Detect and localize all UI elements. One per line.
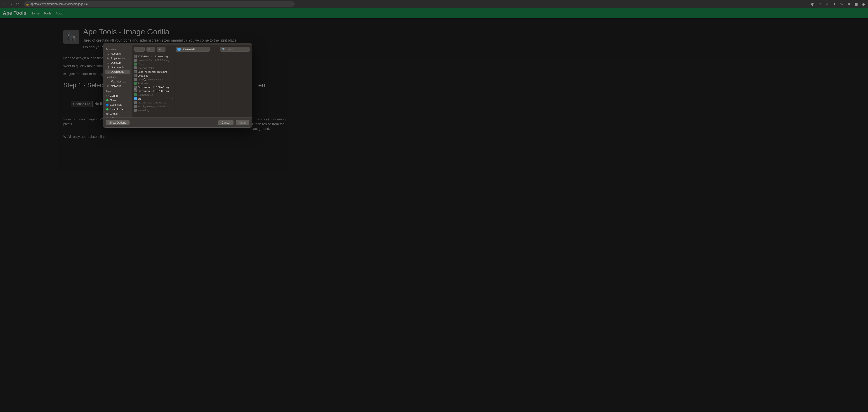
file-name: licecap132.dmg (138, 67, 155, 69)
doc-icon (134, 66, 137, 69)
location-popup[interactable]: Downloads (176, 47, 210, 52)
file-name: Logo.png (138, 74, 148, 77)
preview-column-2 (221, 54, 252, 117)
sidebar-tag-1[interactable]: Green (105, 98, 130, 103)
view-grid[interactable]: ⊞ ⌄ (157, 47, 165, 52)
tag-dot-icon (106, 99, 108, 101)
sidebar-applications[interactable]: Applications (105, 56, 130, 61)
doc-icon (134, 105, 137, 108)
file-row-3[interactable]: licecap132.dmg (132, 66, 174, 70)
back-button[interactable]: ‹ (3, 2, 7, 6)
bookmark-icon[interactable]: ☆ (825, 2, 829, 6)
file-row-9[interactable]: Screenshot…t 16.01.06.png (132, 89, 174, 93)
tag-label: Escolhida (110, 103, 122, 106)
file-row-12[interactable]: src-2023012…24Z-001.zip (132, 101, 174, 104)
show-options-button[interactable]: Show Options (106, 120, 129, 125)
sidebar-recents[interactable]: Recents (105, 52, 130, 56)
profile-icon[interactable]: ◉ (861, 2, 865, 6)
back-nav[interactable]: ‹ (134, 47, 140, 52)
svg-rect-5 (107, 62, 109, 63)
file-name: iTerm (138, 63, 144, 66)
sidebar-desktop[interactable]: Desktop (105, 61, 130, 65)
dialog-sidebar: Favorites Recents Applications Desktop D… (103, 45, 132, 117)
chevron-down-icon: ⌄ (162, 47, 165, 52)
file-name: Screenshot…t 16.01.06.png (138, 90, 169, 92)
reload-button[interactable]: ⟳ (16, 2, 20, 6)
tag-dot-icon (106, 108, 108, 110)
file-row-1[interactable]: Insomnia.Cor…022.7.5.dmg (132, 58, 174, 62)
file-row-4[interactable]: Logo_horizontal_preto.png (132, 70, 174, 74)
browser-toolbar: ‹ › ⟳ 🔒 apetools.webprofusion.com/#/tool… (0, 0, 868, 8)
forward-button[interactable]: › (9, 2, 13, 6)
file-name: sushi_passo_a_passo.docx (138, 105, 168, 108)
view-cols[interactable]: ☷ ⌄ (147, 47, 155, 52)
open-button[interactable]: Open (236, 120, 249, 125)
ext-icon-3[interactable]: ✦ (832, 2, 836, 6)
dialog-main: ‹ › ☷ ⌄ ⊞ ⌄ Downloads 🔍 Sea (132, 45, 252, 117)
file-dialog: Favorites Recents Applications Desktop D… (103, 43, 252, 128)
address-bar[interactable]: 🔒 apetools.webprofusion.com/#/tools/imag… (24, 1, 295, 7)
img-icon (134, 55, 137, 58)
sidebar-macintosh[interactable]: Macintosh… (105, 79, 130, 84)
search-icon: 🔍 (222, 48, 225, 51)
tag-dot-icon (106, 104, 108, 106)
cancel-button[interactable]: Cancel (218, 120, 233, 125)
sidebar-tag-0[interactable]: Config (105, 94, 130, 98)
tag-label: Chess (110, 112, 118, 115)
app-icon (134, 93, 137, 96)
file-row-7[interactable]: Postman (132, 81, 174, 85)
tag-label: Green (110, 99, 117, 102)
tag-dot-icon (106, 95, 108, 97)
file-name: Warn.dmg (138, 109, 149, 112)
app-icon (134, 82, 137, 85)
sidebar-tag-4[interactable]: Chess (105, 112, 130, 116)
doc-icon (134, 109, 137, 112)
ext-icon-4[interactable]: ✎ (839, 2, 844, 6)
forward-nav[interactable]: › (140, 47, 145, 52)
sidebar-tag-3[interactable]: Instituto Taq (105, 107, 130, 112)
file-list[interactable]: 1777d991-cc…3-cover.pngInsomnia.Cor…022.… (132, 54, 175, 117)
file-row-14[interactable]: Warn.dmg (132, 108, 174, 112)
sidebar-downloads[interactable]: Downloads (105, 70, 130, 74)
img-icon (134, 74, 137, 77)
preview-column-1 (175, 54, 221, 117)
sidebar-documents[interactable]: Documents (105, 65, 130, 70)
tags-header: Tags (106, 90, 130, 93)
file-row-2[interactable]: iTerm (132, 62, 174, 66)
sidebar-network[interactable]: Network (105, 84, 130, 88)
tag-label: Instituto Taq (110, 108, 125, 111)
img-icon (134, 90, 137, 92)
doc-icon (106, 66, 110, 69)
file-row-10[interactable]: SoundSource (132, 93, 174, 97)
search-input[interactable]: 🔍 Search (220, 47, 250, 52)
file-name: Screenshot…t 16.00.49.png (138, 86, 169, 89)
clock-icon (106, 52, 110, 55)
ext-icon-2[interactable]: ⇪ (818, 2, 822, 6)
tag-dot-icon (106, 113, 108, 115)
url-text: apetools.webprofusion.com/#/tools/imageg… (31, 2, 88, 6)
chevron-down-icon: ⌄ (152, 47, 155, 52)
img-icon (134, 85, 137, 89)
file-row-8[interactable]: Screenshot…t 16.00.49.png (132, 85, 174, 89)
globe-icon (106, 84, 110, 88)
svg-rect-3 (107, 59, 108, 59)
puzzle-icon[interactable]: ✿ (847, 2, 851, 6)
file-row-0[interactable]: 1777d991-cc…3-cover.png (132, 55, 174, 58)
ext-icon-1[interactable]: ◐ (811, 2, 815, 6)
file-row-13[interactable]: sushi_passo_a_passo.docx (132, 104, 174, 108)
file-name: Insomnia.Cor…022.7.5.dmg (138, 59, 169, 62)
ext-icon-5[interactable]: ▣ (854, 2, 858, 6)
doc-icon (134, 78, 137, 81)
location-label: Downloads (182, 48, 195, 51)
svg-rect-2 (108, 57, 109, 58)
file-row-11[interactable]: src (132, 97, 174, 101)
file-row-6[interactable]: passbolt-recovery-kit.txt (132, 77, 174, 81)
locations-header: Locations (106, 76, 130, 78)
file-row-5[interactable]: Logo.png (132, 74, 174, 77)
fold-icon (134, 97, 137, 100)
file-name: 1777d991-cc…3-cover.png (138, 55, 168, 58)
svg-rect-4 (108, 59, 109, 59)
sidebar-tag-2[interactable]: Escolhida (105, 103, 130, 107)
app-icon (134, 63, 137, 66)
file-name: Postman (138, 82, 148, 85)
